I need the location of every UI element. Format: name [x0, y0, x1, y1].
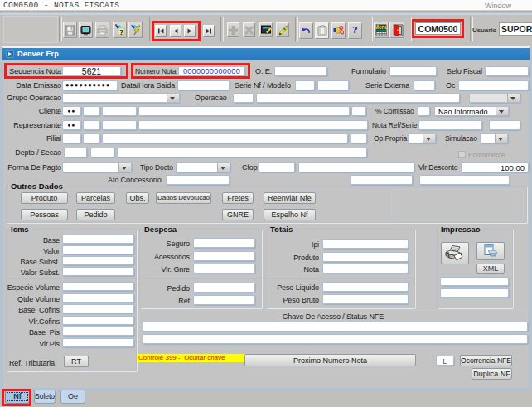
svg-text:?: ? — [119, 28, 124, 36]
svg-text:Menu: Menu — [375, 24, 387, 30]
